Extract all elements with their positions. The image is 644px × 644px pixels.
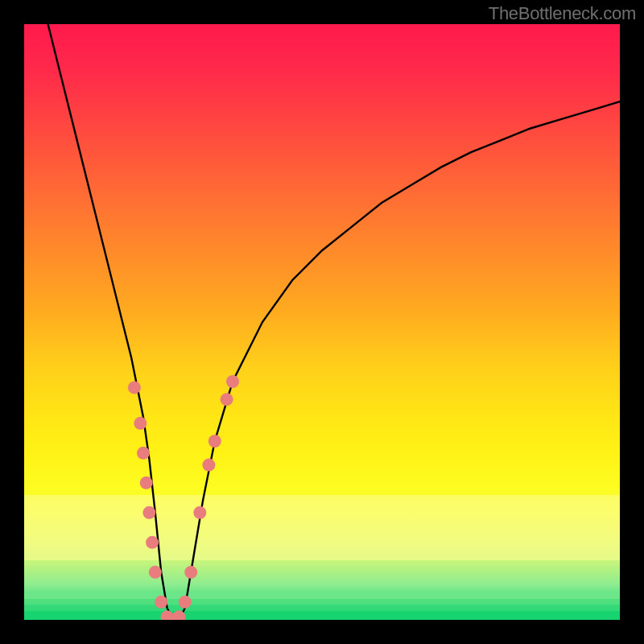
bottleneck-curve [48, 24, 620, 620]
marker-dot [193, 506, 206, 519]
marker-dot [134, 417, 147, 430]
bottleneck-curve-svg [24, 24, 620, 620]
marker-dot [179, 596, 192, 609]
marker-dot [202, 459, 215, 472]
highlight-dots [128, 375, 239, 620]
plot-area [24, 24, 620, 620]
marker-dot [226, 375, 239, 388]
marker-dot [142, 506, 155, 519]
marker-dot [149, 566, 162, 579]
watermark-text: TheBottleneck.com [489, 3, 636, 24]
marker-dot [184, 566, 197, 579]
chart-frame: TheBottleneck.com [0, 0, 644, 644]
marker-dot [221, 393, 233, 406]
marker-dot [128, 381, 141, 394]
marker-dot [146, 536, 159, 549]
marker-dot [155, 596, 167, 609]
marker-dot [208, 435, 221, 448]
marker-dot [137, 447, 150, 460]
marker-dot [140, 477, 153, 489]
